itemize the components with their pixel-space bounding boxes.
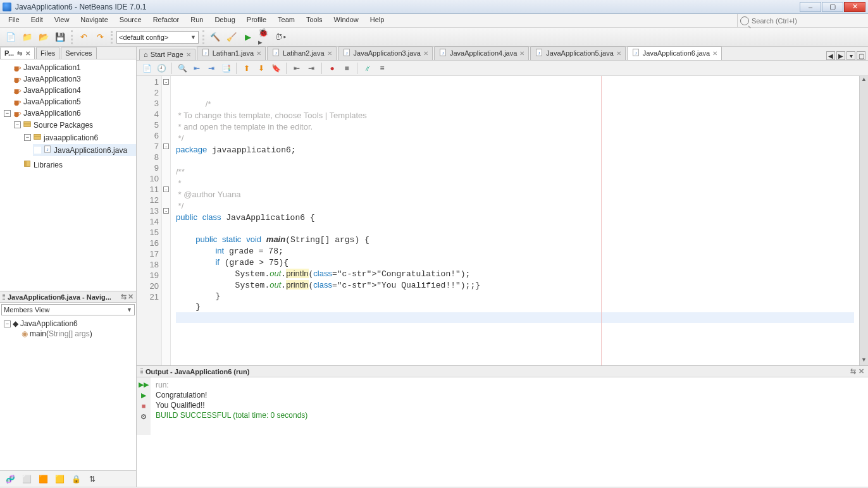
close-button[interactable]: ✕ [844,2,865,12]
redo-button[interactable]: ↷ [93,30,107,44]
new-file-button[interactable]: 📄 [4,30,18,44]
scroll-down-icon[interactable]: ▼ [860,357,868,365]
tab-close-icon[interactable]: ✕ [423,50,428,57]
menu-team[interactable]: Team [272,14,301,27]
open-project-button[interactable]: 📂 [37,30,51,44]
fold-toggle-icon[interactable]: - [163,143,169,149]
fold-toggle-icon[interactable]: - [163,186,169,192]
stop-output-icon[interactable]: ■ [139,401,149,410]
expander-icon[interactable]: − [24,134,31,141]
menu-view[interactable]: View [49,14,75,27]
navigator-root[interactable]: JavaApplication6 [20,319,78,328]
menu-navigate[interactable]: Navigate [75,14,113,27]
editor-tab[interactable]: JLatihan1.java✕ [197,46,266,60]
code-area[interactable]: /* * To change this template, choose Too… [171,76,859,365]
tree-item[interactable]: Libraries [13,159,136,171]
project-tree[interactable]: JavaApplication1JavaApplication3JavaAppl… [0,59,136,291]
panel-close-icon[interactable]: ✕ [128,293,133,301]
menu-run[interactable]: Run [185,14,209,27]
scroll-right-button[interactable]: ▶ [836,51,845,60]
grip-icon[interactable] [140,369,143,375]
prev-bookmark-button[interactable]: ⬆ [240,62,253,75]
macro-record-button[interactable]: ● [326,62,338,75]
menu-file[interactable]: File [3,14,25,27]
menu-tools[interactable]: Tools [301,14,328,27]
build-button[interactable]: 🔨 [208,30,222,44]
macro-stop-button[interactable]: ■ [340,62,353,75]
shift-left-button[interactable]: ⇤ [290,62,303,75]
tab-close-icon[interactable]: ✕ [25,50,30,57]
filter-inherited-button[interactable]: 🧬 [4,473,16,485]
fold-gutter[interactable]: ---- [162,76,171,365]
debug-button[interactable]: 🐞▸ [257,30,271,44]
run-again-icon[interactable]: ▶ [139,391,149,400]
scroll-up-icon[interactable]: ▲ [860,76,868,85]
filter-nonpublic-button[interactable]: 🟨 [53,473,66,485]
menu-help[interactable]: Help [364,14,390,27]
error-stripe[interactable]: ▲ ▼ [859,76,868,365]
last-edit-button[interactable]: 🔍 [176,62,189,75]
menu-debug[interactable]: Debug [209,14,240,27]
tab-close-icon[interactable]: ✕ [519,50,524,57]
tree-item[interactable]: JavaApplication3 [3,74,136,84]
maximize-editor-button[interactable]: ▢ [857,51,865,60]
expander-icon[interactable]: − [4,320,11,327]
tab-close-icon[interactable]: ✕ [712,50,717,57]
tree-item[interactable]: JavaApplication1 [3,63,136,73]
search-input[interactable] [752,17,865,25]
expander-icon[interactable]: − [14,121,21,128]
menu-window[interactable]: Window [328,14,364,27]
fold-toggle-icon[interactable]: - [163,79,169,85]
tree-item[interactable]: −Source Packages [13,119,136,131]
undo-button[interactable]: ↶ [77,30,90,44]
tab-projects[interactable]: P...⇆✕ [0,47,35,59]
menu-edit[interactable]: Edit [25,14,49,27]
back-button[interactable]: ⇤ [190,62,203,75]
tab-close-icon[interactable]: ✕ [616,50,621,57]
editor-body[interactable]: 123456789101112131415161718192021 ---- /… [137,76,868,365]
source-view-button[interactable]: 📄 [140,62,153,75]
tree-item[interactable]: −javaapplication6 [23,131,136,143]
shift-right-button[interactable]: ⇥ [305,62,318,75]
menu-source[interactable]: Source [114,14,147,27]
editor-tab[interactable]: ⌂Start Page✕ [139,49,195,60]
tab-close-icon[interactable]: ✕ [327,50,332,57]
menu-refactor[interactable]: Refactor [147,14,185,27]
editor-tab[interactable]: JJavaApplication6.java✕ [627,46,722,60]
minimize-button[interactable]: – [800,2,821,12]
uncomment-button[interactable]: ≡ [376,62,388,75]
fold-toggle-icon[interactable]: - [163,208,169,214]
members-view-select[interactable]: Members View ▼ [1,304,135,315]
tree-item[interactable]: −JavaApplication6 [3,108,136,118]
find-selection-button[interactable]: 📑 [220,62,232,75]
line-number-gutter[interactable]: 123456789101112131415161718192021 [137,76,162,365]
new-project-button[interactable]: 📁 [20,30,34,44]
expander-icon[interactable]: − [4,110,11,117]
tab-close-icon[interactable]: ✕ [256,50,261,57]
tab-list-button[interactable]: ▾ [846,51,855,60]
history-view-button[interactable]: 🕘 [155,62,168,75]
dock-icon[interactable]: ⇆ [121,293,127,301]
sort-button[interactable]: ⇅ [86,473,99,485]
scroll-left-button[interactable]: ◀ [826,51,835,60]
output-text[interactable]: run:Congratulation!You Qualified!!BUILD … [151,377,868,435]
tree-item[interactable]: JavaApplication4 [3,85,136,95]
navigator-body[interactable]: − ◆ JavaApplication6 ◉ main(String[] arg… [0,317,136,470]
grip-icon[interactable] [3,294,5,300]
tab-close-icon[interactable]: ✕ [186,51,191,58]
editor-tab[interactable]: JJavaApplication4.java✕ [434,46,529,60]
config-select[interactable]: <default config> ▼ [116,31,199,44]
save-all-button[interactable]: 💾 [53,30,67,44]
editor-tab[interactable]: JJavaApplication3.java✕ [338,46,433,60]
filter-static-button[interactable]: 🟧 [37,473,49,485]
output-dock-icon[interactable]: ⇆ [850,367,856,375]
menu-profile[interactable]: Profile [241,14,272,27]
filter-fields-button[interactable]: ⬜ [20,473,33,485]
clean-build-button[interactable]: 🧹 [225,30,239,44]
rerun-icon[interactable]: ▶▶ [139,380,149,389]
profile-button[interactable]: ⏱▸ [274,30,288,44]
filter-inner-button[interactable]: 🔒 [70,473,82,485]
settings-output-icon[interactable]: ⚙ [139,412,149,421]
run-button[interactable]: ▶ [241,30,255,44]
tab-services[interactable]: Services [61,47,96,59]
